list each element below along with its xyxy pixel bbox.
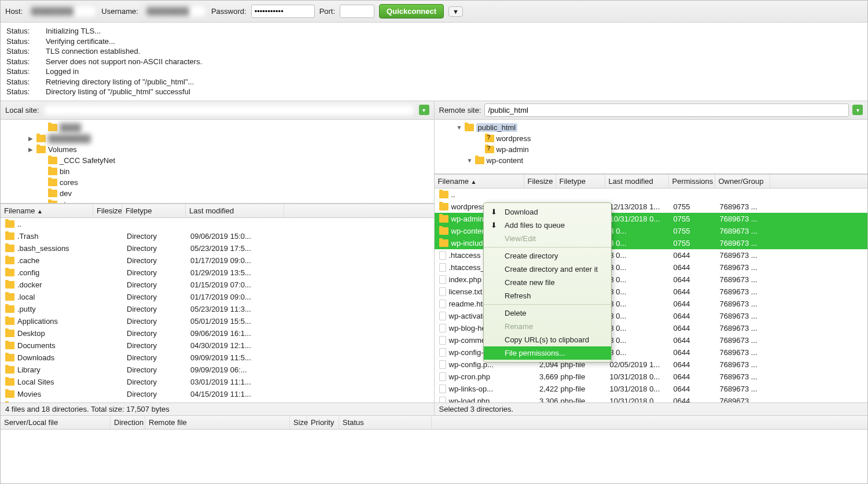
- file-type: [560, 194, 609, 195]
- file-owner: 7689673 ...: [719, 348, 774, 357]
- file-permissions: 0755: [672, 238, 719, 248]
- file-row[interactable]: wp-cron.php3,669php-file10/31/2018 0...0…: [435, 371, 868, 383]
- local-file-list[interactable]: ...TrashDirectory09/06/2019 15:0....bash…: [1, 218, 434, 402]
- tree-label: dev: [60, 189, 72, 198]
- quickconnect-button[interactable]: Quickconnect: [379, 4, 444, 19]
- quickconnect-dropdown[interactable]: ▼: [448, 6, 463, 17]
- file-row[interactable]: ..: [1, 218, 434, 230]
- file-owner: 7689673 ...: [719, 335, 774, 345]
- file-type: Directory: [126, 243, 189, 253]
- remote-site-label: Remote site:: [439, 106, 481, 114]
- folder-icon: [485, 146, 494, 153]
- file-type: Directory: [126, 365, 189, 375]
- file-row[interactable]: .localDirectory01/17/2019 09:0...: [1, 291, 434, 303]
- tree-item[interactable]: wordpress: [439, 133, 863, 144]
- disclosure-icon[interactable]: ▶: [28, 146, 34, 153]
- file-permissions: 0644: [672, 250, 719, 260]
- file-row[interactable]: MoviesDirectory04/15/2019 11:1...: [1, 388, 434, 400]
- menu-item[interactable]: ⬇Download: [484, 205, 611, 219]
- menu-item[interactable]: Create directory: [484, 249, 611, 263]
- file-modified: 3 0...: [609, 226, 672, 236]
- username-input[interactable]: [143, 5, 207, 18]
- tree-item[interactable]: dev: [5, 188, 429, 199]
- file-row[interactable]: LibraryDirectory09/09/2019 06:...: [1, 364, 434, 376]
- tree-item[interactable]: _CCC SafetyNet: [5, 155, 429, 166]
- menu-item[interactable]: ⬇Add files to queue: [484, 219, 611, 232]
- file-row[interactable]: .configDirectory01/29/2019 13:5...: [1, 267, 434, 279]
- tree-item[interactable]: bin: [5, 166, 429, 177]
- tree-item[interactable]: cores: [5, 177, 429, 188]
- file-row[interactable]: DownloadsDirectory09/09/2019 11:5...: [1, 352, 434, 364]
- tree-label: cores: [60, 178, 78, 187]
- remote-column-headers[interactable]: Filename ▲ Filesize Filetype Last modifi…: [435, 174, 868, 189]
- remote-tree[interactable]: ▼public_htmlwordpresswp-admin▼wp-content: [435, 120, 868, 174]
- file-type: Directory: [126, 256, 189, 265]
- file-modified: 03/01/2019 11:1...: [189, 377, 288, 387]
- tree-item[interactable]: ▶████████: [5, 133, 429, 144]
- menu-item[interactable]: File permissions...: [484, 346, 611, 360]
- password-input[interactable]: [251, 5, 315, 18]
- port-input[interactable]: [340, 5, 374, 18]
- file-owner: 7689673 ...: [719, 384, 774, 394]
- file-row[interactable]: .dockerDirectory01/15/2019 07:0...: [1, 279, 434, 291]
- file-row[interactable]: DesktopDirectory09/06/2019 16:1...: [1, 327, 434, 339]
- folder-icon: [465, 124, 474, 131]
- file-row[interactable]: .puttyDirectory05/23/2019 11:3...: [1, 303, 434, 315]
- file-permissions: 0644: [672, 396, 719, 402]
- remote-site-input[interactable]: [484, 104, 849, 117]
- tree-item[interactable]: ▼wp-content: [439, 155, 863, 166]
- file-row[interactable]: .TrashDirectory09/06/2019 15:0...: [1, 230, 434, 242]
- menu-item[interactable]: Delete: [484, 306, 611, 320]
- file-name: index.php: [449, 275, 481, 284]
- file-name: .docker: [17, 280, 42, 289]
- tree-item[interactable]: ▶Volumes: [5, 144, 429, 155]
- log-label: Status:: [6, 36, 35, 47]
- file-row[interactable]: .bash_sessionsDirectory05/23/2019 17:5..…: [1, 242, 434, 254]
- folder-icon: [439, 191, 448, 198]
- file-type: php-file: [560, 384, 609, 394]
- local-site-input[interactable]: [43, 104, 415, 117]
- menu-item[interactable]: Create new file: [484, 276, 611, 289]
- tree-item[interactable]: etc: [5, 199, 429, 204]
- menu-item[interactable]: Copy URL(s) to clipboard: [484, 333, 611, 346]
- file-modified: 10/31/2018 0...: [609, 372, 672, 382]
- file-row[interactable]: DocumentsDirectory04/30/2019 12:1...: [1, 339, 434, 352]
- local-pane: Local site: ▾ ████▶████████▶Volumes_CCC …: [1, 101, 435, 415]
- file-modified: 3 0...: [609, 263, 672, 272]
- local-site-dropdown[interactable]: ▾: [419, 105, 429, 115]
- file-row[interactable]: wp-load.php3,306php-file10/31/2018 0...0…: [435, 395, 868, 402]
- file-modified: 3 0...: [609, 299, 672, 309]
- disclosure-icon[interactable]: ▼: [467, 157, 473, 164]
- file-row[interactable]: .cacheDirectory01/17/2019 09:0...: [1, 254, 434, 267]
- file-row[interactable]: wp-links-op...2,422php-file10/31/2018 0.…: [435, 383, 868, 395]
- queue-column-headers[interactable]: Server/Local file Direction Remote file …: [1, 415, 867, 430]
- log-label: Status:: [6, 26, 35, 36]
- menu-item[interactable]: Refresh: [484, 289, 611, 302]
- file-permissions: 0644: [672, 275, 719, 285]
- tree-label: wordpress: [496, 134, 531, 143]
- file-name: .cache: [17, 256, 39, 265]
- file-type: Directory: [126, 377, 189, 387]
- menu-label: File permissions...: [505, 349, 565, 357]
- remote-site-dropdown[interactable]: ▾: [852, 105, 863, 115]
- menu-item[interactable]: Create directory and enter it: [484, 263, 611, 276]
- tree-label: public_html: [476, 123, 518, 132]
- file-row[interactable]: ApplicationsDirectory05/01/2019 15:5...: [1, 315, 434, 327]
- local-tree[interactable]: ████▶████████▶Volumes_CCC SafetyNetbinco…: [1, 120, 434, 204]
- file-modified: [609, 194, 672, 195]
- local-column-headers[interactable]: Filename ▲ Filesize Filetype Last modifi…: [1, 204, 434, 218]
- sort-asc-icon: ▲: [37, 208, 43, 215]
- file-modified: 05/23/2019 17:5...: [189, 243, 288, 253]
- tree-label: ████████: [48, 134, 91, 143]
- disclosure-icon[interactable]: ▼: [457, 124, 462, 131]
- file-row[interactable]: Local SitesDirectory03/01/2019 11:1...: [1, 376, 434, 388]
- tree-item[interactable]: wp-admin: [439, 144, 863, 155]
- tree-item[interactable]: ████: [5, 122, 429, 133]
- host-input[interactable]: [27, 5, 97, 18]
- tree-item[interactable]: ▼public_html: [439, 122, 863, 133]
- file-modified: 12/13/2018 1...: [609, 202, 672, 212]
- file-row[interactable]: ..: [435, 189, 868, 201]
- file-name: Local Sites: [17, 378, 54, 386]
- file-modified: 3 0...: [609, 323, 672, 333]
- disclosure-icon[interactable]: ▶: [28, 135, 34, 142]
